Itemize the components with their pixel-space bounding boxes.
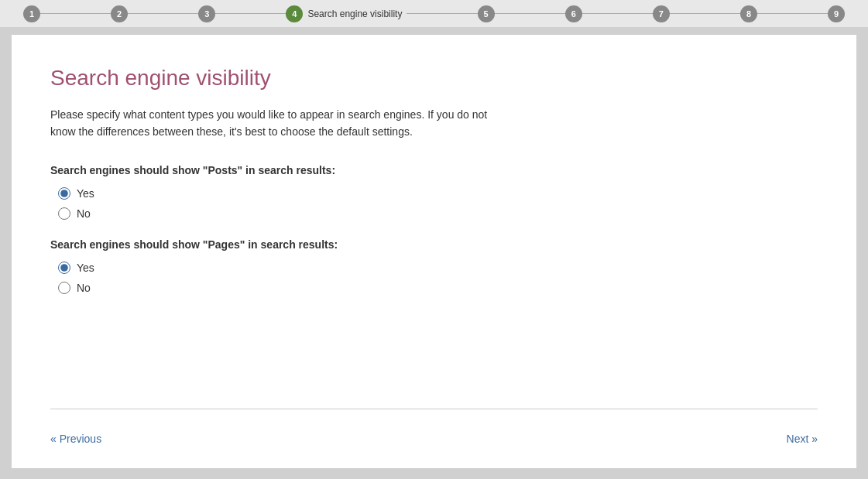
page-title: Search engine visibility bbox=[50, 66, 818, 91]
pages-yes-option[interactable]: Yes bbox=[58, 262, 818, 274]
posts-yes-option[interactable]: Yes bbox=[58, 187, 818, 200]
active-step-label: Search engine visibility bbox=[307, 9, 402, 19]
step-9: 9 bbox=[828, 5, 845, 22]
step-line-2 bbox=[128, 13, 198, 14]
main-card: Search engine visibility Please specify … bbox=[12, 35, 856, 468]
posts-no-option[interactable]: No bbox=[58, 207, 818, 220]
step-line-3 bbox=[215, 13, 286, 14]
posts-yes-radio[interactable] bbox=[58, 187, 70, 200]
posts-yes-label: Yes bbox=[77, 187, 94, 200]
pages-no-option[interactable]: No bbox=[58, 282, 818, 294]
pages-yes-radio[interactable] bbox=[58, 262, 70, 274]
posts-question-label: Search engines should show "Posts" in se… bbox=[50, 164, 818, 176]
step-3: 3 bbox=[198, 5, 215, 22]
step-line-5 bbox=[495, 13, 565, 14]
step-6: 6 bbox=[565, 5, 582, 22]
footer-nav: « Previous Next » bbox=[50, 425, 818, 445]
pages-no-label: No bbox=[77, 282, 91, 294]
description-text: Please specify what content types you wo… bbox=[50, 106, 499, 141]
step-7: 7 bbox=[653, 5, 670, 22]
pages-no-radio[interactable] bbox=[58, 282, 70, 294]
step-line-8 bbox=[757, 13, 828, 14]
content-area: Search engine visibility Please specify … bbox=[50, 66, 818, 393]
footer-divider bbox=[50, 409, 818, 409]
step-5: 5 bbox=[478, 5, 495, 22]
previous-link[interactable]: « Previous bbox=[50, 433, 101, 445]
next-link[interactable]: Next » bbox=[787, 433, 818, 445]
posts-no-label: No bbox=[77, 207, 91, 220]
step-line-4 bbox=[407, 13, 477, 14]
step-4: 4 bbox=[286, 5, 303, 22]
step-1: 1 bbox=[23, 5, 40, 22]
step-line-7 bbox=[670, 13, 740, 14]
posts-radio-group: Yes No bbox=[58, 187, 818, 220]
step-2: 2 bbox=[111, 5, 128, 22]
pages-yes-label: Yes bbox=[77, 262, 94, 274]
pages-radio-group: Yes No bbox=[58, 262, 818, 294]
progress-bar: 1 2 3 4 Search engine visibility 5 6 7 8… bbox=[0, 0, 868, 27]
step-line-6 bbox=[582, 13, 653, 14]
step-8: 8 bbox=[740, 5, 757, 22]
pages-question-label: Search engines should show "Pages" in se… bbox=[50, 238, 818, 251]
posts-no-radio[interactable] bbox=[58, 207, 70, 220]
step-line-1 bbox=[40, 13, 111, 14]
